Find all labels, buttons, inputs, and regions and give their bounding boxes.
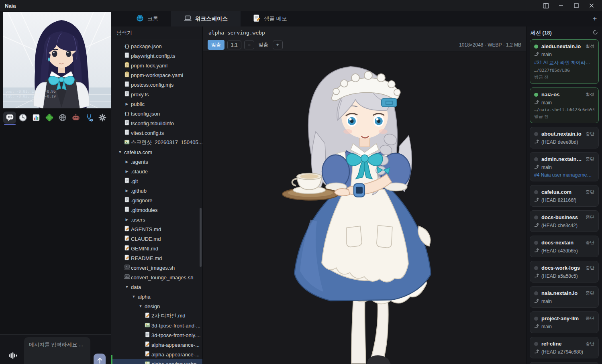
- puzzle-tool-button[interactable]: [43, 110, 56, 125]
- file-row[interactable]: ▶.github: [111, 186, 202, 195]
- file-row[interactable]: alpha-appearance-...: [111, 350, 202, 359]
- file-row[interactable]: .gitmodules: [111, 205, 202, 215]
- branch-label: main: [541, 52, 552, 57]
- tab-0[interactable]: 크롬: [123, 11, 171, 26]
- globe-tool-button[interactable]: [56, 110, 69, 125]
- waveform-icon[interactable]: [9, 352, 18, 361]
- session-link[interactable]: #31 AI 교사 라인 하이라이트 · co…: [534, 59, 594, 66]
- actual-size-button[interactable]: 1:1: [227, 41, 241, 49]
- tab-strip: 크롬워크스페이스샘플 메모 +: [111, 11, 602, 26]
- md-icon: [145, 312, 150, 319]
- clock-tool-button[interactable]: [16, 110, 29, 125]
- avatar-viewport[interactable]: pos: -0.01, 1.33, -0.96 tgt: -0.02, 1.31…: [3, 12, 111, 108]
- file-row[interactable]: ▶public: [111, 99, 202, 109]
- file-row[interactable]: GEMINI.md: [111, 244, 202, 253]
- file-row[interactable]: AGENTS.md: [111, 224, 202, 234]
- file-row[interactable]: {}tsconfig.json: [111, 109, 202, 118]
- tab-2[interactable]: 샘플 메모: [241, 11, 300, 26]
- session-card[interactable]: admin.nextain.io중단main#4 Naia user manag…: [530, 152, 599, 181]
- file-row[interactable]: convert_images.sh: [111, 263, 202, 272]
- file-row[interactable]: ▶.agents: [111, 157, 202, 167]
- file-row[interactable]: pnpm-lock.yaml: [111, 61, 202, 70]
- puzzle-icon: [43, 112, 56, 124]
- file-row[interactable]: ▼cafelua.com: [111, 147, 202, 157]
- explorer-scrollbar[interactable]: [200, 208, 202, 267]
- session-card[interactable]: cafelua.com중단(HEAD 821166f): [530, 185, 599, 207]
- file-row[interactable]: pnpm-workspace.yaml: [111, 70, 202, 80]
- session-card[interactable]: docs-nextain중단(HEAD c43db65): [530, 236, 599, 257]
- file-row[interactable]: {}package.json: [111, 41, 202, 51]
- session-card[interactable]: about.nextain.io중단(HEAD deee8bd): [530, 127, 599, 148]
- md-icon: [124, 235, 130, 242]
- message-input[interactable]: [24, 337, 90, 364]
- laptop-icon: [184, 15, 192, 23]
- zoom-out-button[interactable]: −: [244, 41, 254, 49]
- file-row[interactable]: 스크린샷_20260317_150405....: [111, 138, 202, 147]
- panel-resize-grip[interactable]: [111, 355, 112, 364]
- file-row[interactable]: ▼data: [111, 282, 202, 292]
- gear-tool-button[interactable]: [96, 110, 109, 125]
- new-tab-button[interactable]: +: [588, 11, 602, 26]
- md-icon: [145, 341, 150, 348]
- file-row[interactable]: 3d-tpose-front-only....: [111, 330, 202, 340]
- stethoscope-tool-button[interactable]: [83, 110, 96, 125]
- file-label: .agents: [131, 159, 148, 165]
- file-row[interactable]: convert_lounge_images.sh: [111, 272, 202, 282]
- session-status: 중단: [586, 240, 594, 246]
- session-card[interactable]: naia-os활성main…/naia-shell-b6423c6eb5976c…: [530, 87, 599, 123]
- session-card[interactable]: ref-cline중단(HEAD a2794c680): [530, 337, 599, 358]
- image-icon: [145, 361, 150, 364]
- file-row[interactable]: README.md: [111, 253, 202, 263]
- file-row[interactable]: proxy.ts: [111, 89, 202, 99]
- branch-icon: [534, 273, 539, 279]
- file-row[interactable]: vitest.config.ts: [111, 128, 202, 138]
- file-row[interactable]: alpha-appearance-...: [111, 340, 202, 350]
- file-row[interactable]: tsconfig.tsbuildinfo: [111, 118, 202, 128]
- chat-tool-button[interactable]: [3, 110, 16, 125]
- avatar-debug-pos: pos: -0.01, 1.33, -0.96: [6, 89, 56, 94]
- file-row[interactable]: .git: [111, 176, 202, 186]
- session-name: naia-os: [541, 92, 560, 98]
- image-canvas[interactable]: [203, 51, 526, 364]
- titlebar: Naia: [0, 0, 602, 11]
- file-row[interactable]: ▶.claude: [111, 167, 202, 176]
- file-row[interactable]: ▼alpha: [111, 292, 202, 301]
- session-link[interactable]: #4 Naia user management — …: [534, 172, 594, 178]
- file-label: AGENTS.md: [131, 226, 161, 232]
- session-card[interactable]: docs-work-logs중단(HEAD a5a58c5): [530, 261, 599, 283]
- session-status: 중단: [586, 341, 594, 347]
- file-row[interactable]: 3d-tpose-front-and-...: [111, 321, 202, 330]
- session-card[interactable]: naia.nextain.io중단main: [530, 286, 599, 308]
- close-icon[interactable]: [586, 1, 597, 10]
- file-row[interactable]: ▼design: [111, 301, 202, 311]
- file-row[interactable]: playwright.config.ts: [111, 51, 202, 61]
- zoom-in-button[interactable]: +: [273, 41, 283, 49]
- tab-1[interactable]: 워크스페이스: [171, 11, 241, 26]
- status-dot: [534, 157, 538, 161]
- folder-closed-icon: ▶: [126, 102, 129, 106]
- branch-label: (HEAD 821166f): [541, 197, 576, 203]
- file-row[interactable]: postcss.config.mjs: [111, 80, 202, 89]
- file-row[interactable]: ▶.users: [111, 215, 202, 224]
- session-card[interactable]: aiedu.nextain.io활성main#31 AI 교사 라인 하이라이트…: [530, 39, 599, 84]
- file-row[interactable]: alpha-serving.webp: [111, 359, 202, 364]
- image-icon: [124, 139, 130, 146]
- chat-history[interactable]: [0, 127, 111, 334]
- file-icon: [124, 81, 130, 88]
- chart-tool-button[interactable]: [30, 110, 43, 125]
- fit-button[interactable]: 맞춤: [208, 40, 224, 50]
- send-button[interactable]: [94, 354, 106, 364]
- session-card[interactable]: ref-jikime-adk중단(HEAD 64bf0b8): [530, 362, 599, 364]
- session-card[interactable]: project-any-llm중단main: [530, 311, 599, 333]
- session-card[interactable]: docs-business중단(HEAD cbe3c42): [530, 210, 599, 232]
- file-row[interactable]: .gitignore: [111, 195, 202, 205]
- maximize-icon[interactable]: [571, 1, 582, 10]
- split-view-icon[interactable]: [540, 1, 551, 10]
- robot-tool-button[interactable]: [69, 110, 82, 125]
- minimize-icon[interactable]: [555, 1, 567, 10]
- file-row[interactable]: 2차 디자인.md: [111, 311, 202, 321]
- refresh-icon[interactable]: [593, 30, 598, 36]
- session-status: 중단: [586, 315, 594, 321]
- explorer-title: 탐색기: [111, 26, 202, 39]
- file-row[interactable]: CLAUDE.md: [111, 234, 202, 244]
